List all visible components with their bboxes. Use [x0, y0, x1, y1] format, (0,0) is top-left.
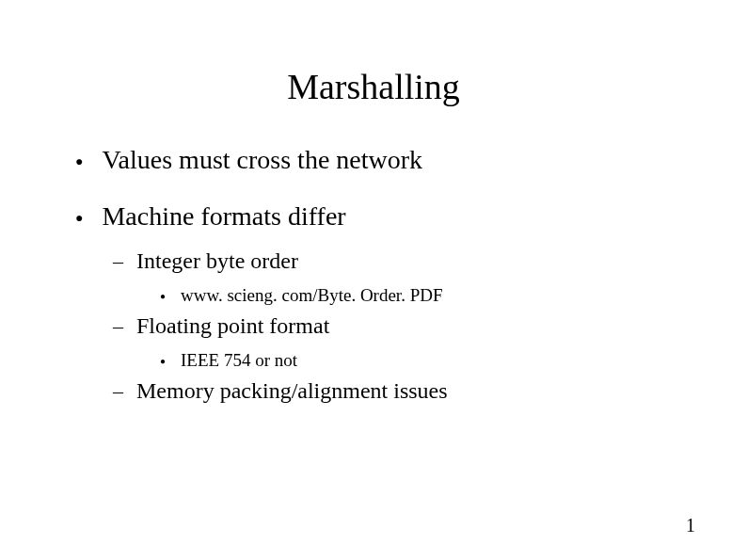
- sub-bullet-list: – Integer byte order: [56, 248, 691, 274]
- bullet-icon: ●: [160, 356, 166, 366]
- sub-text: Floating point format: [136, 313, 329, 339]
- dash-icon: –: [113, 249, 123, 274]
- bullet-icon: ●: [75, 154, 83, 169]
- list-item: – Memory packing/alignment issues: [113, 378, 691, 404]
- sub-bullet-list: – Floating point format: [56, 313, 691, 339]
- bullet-icon: ●: [75, 211, 83, 226]
- bullet-icon: ●: [160, 291, 166, 301]
- slide-title: Marshalling: [56, 66, 691, 107]
- page-number: 1: [686, 515, 695, 536]
- subsub-text: IEEE 754 or not: [181, 350, 297, 371]
- list-item: ● Values must cross the network: [75, 145, 691, 175]
- list-item: ● IEEE 754 or not: [160, 350, 691, 371]
- list-item: ● Machine formats differ: [75, 201, 691, 232]
- sub-bullet-list: – Memory packing/alignment issues: [56, 378, 691, 404]
- list-item: – Integer byte order: [113, 248, 691, 274]
- bullet-text: Machine formats differ: [102, 201, 345, 232]
- subsub-bullet-list: ● IEEE 754 or not: [56, 350, 691, 371]
- sub-text: Memory packing/alignment issues: [136, 378, 448, 404]
- list-item: – Floating point format: [113, 313, 691, 339]
- sub-text: Integer byte order: [136, 248, 298, 274]
- dash-icon: –: [113, 314, 123, 339]
- subsub-text: www. scieng. com/Byte. Order. PDF: [181, 285, 442, 306]
- subsub-bullet-list: ● www. scieng. com/Byte. Order. PDF: [56, 285, 691, 306]
- main-bullet-list: ● Values must cross the network ● Machin…: [56, 145, 691, 232]
- dash-icon: –: [113, 379, 123, 404]
- list-item: ● www. scieng. com/Byte. Order. PDF: [160, 285, 691, 306]
- bullet-text: Values must cross the network: [102, 145, 422, 175]
